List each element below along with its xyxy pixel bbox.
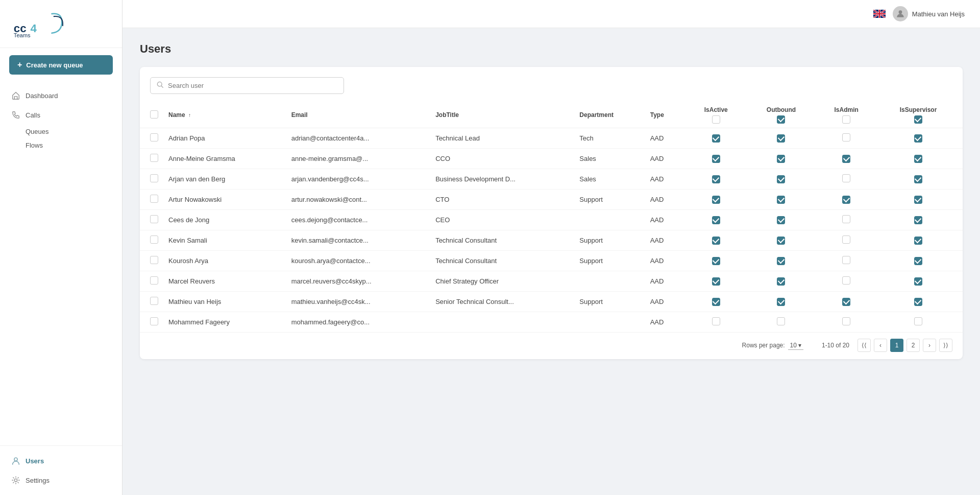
cell-jobtitle: Technical Consultant — [430, 230, 574, 251]
page-1-button[interactable]: 1 — [890, 339, 903, 352]
row-outbound-checkbox[interactable] — [777, 277, 785, 286]
row-issupervisor-checkbox[interactable] — [914, 317, 922, 325]
cell-jobtitle — [430, 312, 574, 333]
next-page-button[interactable]: › — [923, 339, 936, 352]
row-select-checkbox[interactable] — [150, 174, 158, 182]
cell-outbound — [749, 251, 814, 271]
user-info[interactable]: Mathieu van Heijs — [893, 6, 965, 21]
sidebar-item-label: Flows — [26, 142, 43, 149]
cell-issupervisor — [879, 210, 963, 230]
row-outbound-checkbox[interactable] — [777, 175, 785, 183]
row-outbound-checkbox[interactable] — [777, 317, 785, 325]
row-select-checkbox[interactable] — [150, 133, 158, 142]
row-isactive-checkbox[interactable] — [712, 175, 720, 183]
row-isadmin-checkbox[interactable] — [842, 174, 850, 182]
cell-issupervisor — [879, 169, 963, 190]
cell-isactive — [683, 190, 749, 210]
row-issupervisor-checkbox[interactable] — [914, 175, 922, 183]
row-select-checkbox[interactable] — [150, 297, 158, 305]
page-2-button[interactable]: 2 — [906, 339, 920, 352]
row-isactive-checkbox[interactable] — [712, 298, 720, 306]
row-select-checkbox[interactable] — [150, 276, 158, 285]
row-issupervisor-checkbox[interactable] — [914, 134, 922, 143]
row-isactive-checkbox[interactable] — [712, 277, 720, 286]
row-isactive-checkbox[interactable] — [712, 134, 720, 143]
row-issupervisor-checkbox[interactable] — [914, 277, 922, 286]
row-outbound-checkbox[interactable] — [777, 298, 785, 306]
last-page-button[interactable]: ⟩⟩ — [939, 339, 952, 352]
row-issupervisor-checkbox[interactable] — [914, 257, 922, 265]
cell-email: kevin.samali@contactce... — [286, 230, 430, 251]
cell-type: AAD — [645, 251, 683, 271]
row-isactive-checkbox[interactable] — [712, 155, 720, 163]
header-issupervisor-checkbox[interactable] — [914, 115, 922, 124]
users-table: Name ↑ Email JobTitle Department Type Is… — [140, 102, 963, 333]
rows-per-page-select[interactable]: 10 ▾ — [788, 341, 803, 350]
row-outbound-checkbox[interactable] — [777, 216, 785, 224]
row-issupervisor-checkbox[interactable] — [914, 196, 922, 204]
row-issupervisor-checkbox[interactable] — [914, 216, 922, 224]
row-outbound-checkbox[interactable] — [777, 257, 785, 265]
row-outbound-checkbox[interactable] — [777, 134, 785, 143]
row-issupervisor-checkbox[interactable] — [914, 237, 922, 245]
sidebar-item-queues[interactable]: Queues — [0, 125, 122, 138]
cell-email: marcel.reuvers@cc4skyp... — [286, 271, 430, 292]
col-name: Name ↑ — [163, 102, 286, 128]
create-new-queue-button[interactable]: + Create new queue — [9, 55, 113, 75]
sidebar-item-label: Dashboard — [26, 92, 58, 100]
row-isadmin-checkbox[interactable] — [842, 276, 850, 285]
first-page-button[interactable]: ⟨⟨ — [857, 339, 871, 352]
sidebar-item-flows[interactable]: Flows — [0, 138, 122, 152]
cell-outbound — [749, 149, 814, 169]
row-isadmin-checkbox[interactable] — [842, 196, 850, 204]
sidebar-item-users[interactable]: Users — [0, 451, 122, 470]
sidebar-item-dashboard[interactable]: Dashboard — [0, 86, 122, 105]
header-isactive-checkbox[interactable] — [712, 115, 720, 124]
row-outbound-checkbox[interactable] — [777, 196, 785, 204]
row-isadmin-checkbox[interactable] — [842, 298, 850, 306]
row-select-checkbox[interactable] — [150, 215, 158, 223]
cell-isactive — [683, 230, 749, 251]
select-all-checkbox[interactable] — [150, 110, 158, 119]
cell-issupervisor — [879, 251, 963, 271]
table-row: Marcel Reuversmarcel.reuvers@cc4skyp...C… — [140, 271, 963, 292]
sidebar-item-calls[interactable]: Calls — [0, 105, 122, 125]
cell-name: Adrian Popa — [163, 128, 286, 149]
row-select-cell — [140, 169, 163, 190]
header-isadmin-checkbox[interactable] — [842, 115, 850, 124]
cell-jobtitle: Chief Strategy Officer — [430, 271, 574, 292]
row-select-checkbox[interactable] — [150, 256, 158, 264]
row-isactive-checkbox[interactable] — [712, 237, 720, 245]
row-isactive-checkbox[interactable] — [712, 317, 720, 325]
header-outbound-checkbox[interactable] — [777, 115, 785, 124]
prev-page-button[interactable]: ‹ — [874, 339, 887, 352]
row-isadmin-checkbox[interactable] — [842, 256, 850, 264]
phone-icon — [11, 110, 20, 120]
sidebar-item-settings[interactable]: Settings — [0, 470, 122, 490]
row-isadmin-checkbox[interactable] — [842, 317, 850, 325]
cell-outbound — [749, 128, 814, 149]
row-isactive-checkbox[interactable] — [712, 216, 720, 224]
row-outbound-checkbox[interactable] — [777, 155, 785, 163]
row-select-cell — [140, 271, 163, 292]
rows-per-page-value: 10 — [790, 342, 797, 349]
language-flag[interactable] — [873, 10, 886, 18]
search-input[interactable] — [168, 82, 337, 89]
row-isadmin-checkbox[interactable] — [842, 235, 850, 244]
cell-outbound — [749, 190, 814, 210]
row-select-checkbox[interactable] — [150, 195, 158, 203]
row-isadmin-checkbox[interactable] — [842, 133, 850, 142]
row-issupervisor-checkbox[interactable] — [914, 298, 922, 306]
cell-outbound — [749, 312, 814, 333]
row-select-checkbox[interactable] — [150, 235, 158, 244]
row-isactive-checkbox[interactable] — [712, 257, 720, 265]
row-issupervisor-checkbox[interactable] — [914, 155, 922, 163]
row-isadmin-checkbox[interactable] — [842, 155, 850, 163]
svg-point-3 — [14, 458, 17, 461]
cell-email: adrian@contactcenter4a... — [286, 128, 430, 149]
row-select-checkbox[interactable] — [150, 154, 158, 162]
row-outbound-checkbox[interactable] — [777, 237, 785, 245]
row-select-checkbox[interactable] — [150, 317, 158, 325]
row-isactive-checkbox[interactable] — [712, 196, 720, 204]
row-isadmin-checkbox[interactable] — [842, 215, 850, 223]
